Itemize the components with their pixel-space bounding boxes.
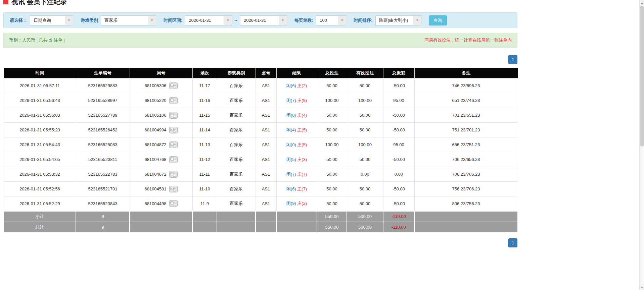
chevron-down-icon[interactable]: ▼ (148, 15, 156, 25)
cell-session: 11-12 (192, 152, 217, 167)
cell-remark: 701.23/651.23 (414, 108, 518, 123)
cell-round-no: 681004872 (130, 137, 192, 152)
date-from-picker[interactable]: 2026-01-31 ▼ (185, 15, 232, 25)
game-type-select[interactable]: 百家乐 ▼ (101, 15, 156, 25)
cell-table-no: AS1 (256, 167, 276, 182)
cell-table-no: AS1 (256, 123, 276, 137)
query-type-select[interactable]: 日期查询 ▼ (30, 15, 73, 25)
cell-valid-bet: 50.00 (347, 152, 383, 167)
table-row: 2026-01-31 05:53:32 523165522783 6810046… (4, 167, 518, 182)
cell-game: 百家乐 (217, 137, 256, 152)
total-label: 总计 (4, 222, 76, 233)
result-banker: 庄(5) (297, 142, 307, 147)
subtotal-payout: -110.00 (383, 211, 414, 222)
cell-total-bet: 100.00 (317, 93, 347, 108)
cell-payout: 0.00 (383, 167, 414, 182)
scroll-up-button[interactable]: ▲ (640, 0, 644, 5)
cell-table-no: AS1 (256, 108, 276, 123)
pagination-top: 1 (3, 55, 517, 64)
result-banker: 庄(5) (297, 127, 307, 132)
cell-payout: 95.00 (383, 93, 414, 108)
cell-round-no: 681004498 (130, 196, 192, 211)
subtotal-label: 小计 (4, 211, 76, 222)
cell-round-no: 681004768 (130, 152, 192, 167)
table-row: 2026-01-31 05:54:43 523165525083 6810048… (4, 137, 518, 152)
subtotal-row: 小计 9 550.00 500.00 -110.00 (4, 211, 518, 222)
result-banker: 庄(3) (297, 157, 307, 162)
cell-time: 2026-01-31 05:52:29 (4, 196, 76, 211)
cell-total-bet: 50.00 (317, 196, 347, 211)
cell-valid-bet: 50.00 (347, 182, 383, 196)
round-no-text: 681004994 (144, 127, 166, 132)
round-replay-icon[interactable] (169, 127, 178, 133)
cell-total-bet: 50.00 (317, 182, 347, 196)
col-header-session: 场次 (192, 68, 217, 78)
round-replay-icon[interactable] (169, 156, 178, 163)
cell-remark: 656.23/751.23 (414, 137, 518, 152)
cell-bet-no: 523165527789 (76, 108, 130, 123)
round-replay-icon[interactable] (169, 112, 178, 119)
cell-result: 闲(7) 庄(9) (276, 93, 317, 108)
chevron-down-icon[interactable]: ▼ (338, 15, 346, 25)
cell-total-bet: 50.00 (317, 123, 347, 137)
caret-glyph: ▼ (68, 19, 71, 22)
round-replay-icon[interactable] (169, 97, 178, 104)
cell-total-bet: 50.00 (317, 108, 347, 123)
result-player: 闲(0) (286, 142, 296, 147)
summary-bar: 币别：人民币 | 总共 :9 注单 | 同局有效投注，统一计算在该局第一张注单内 (3, 33, 517, 48)
round-replay-icon[interactable] (169, 186, 178, 192)
cell-valid-bet: 0.00 (347, 167, 383, 182)
round-replay-icon[interactable] (169, 141, 178, 148)
cell-round-no: 681005220 (130, 93, 192, 108)
date-to-picker[interactable]: 2026-01-31 ▼ (240, 15, 287, 25)
col-header-time: 时间 (4, 68, 76, 78)
round-replay-icon[interactable] (169, 200, 178, 207)
table-row: 2026-01-31 05:54:05 523165523811 6810047… (4, 152, 518, 167)
vertical-scrollbar[interactable]: ▲ ▼ (639, 0, 644, 290)
round-replay-icon[interactable] (169, 82, 178, 89)
col-header-bet-no: 注单编号 (76, 68, 130, 78)
cell-bet-no: 523165525083 (76, 137, 130, 152)
cell-payout: -50.00 (383, 108, 414, 123)
chevron-down-icon[interactable]: ▼ (224, 15, 232, 25)
game-type-label: 游戏类别 (81, 17, 98, 23)
cell-session: 11-13 (192, 137, 217, 152)
cell-payout: -50.00 (383, 196, 414, 211)
cell-round-no: 681004994 (130, 123, 192, 137)
pagination-bottom: 1 (3, 238, 517, 247)
result-banker: 庄(7) (297, 172, 307, 177)
total-payout: -110.00 (383, 222, 414, 233)
page-size-select[interactable]: 100 ▼ (316, 15, 346, 25)
caret-glyph: ▼ (151, 19, 153, 22)
page-title-text: 视讯 会员下注纪录 (11, 0, 67, 6)
time-sort-select[interactable]: 降幂(由大到小) ▼ (375, 15, 421, 25)
result-banker: 庄(2) (297, 201, 307, 206)
pagination-page-1[interactable]: 1 (508, 55, 517, 64)
cell-session: 11-16 (192, 93, 217, 108)
cell-payout: -50.00 (383, 78, 414, 93)
cell-bet-no: 523165523811 (76, 152, 130, 167)
result-player: 闲(6) (286, 186, 296, 191)
cell-bet-no: 523165529883 (76, 78, 130, 93)
total-row: 总计 9 550.00 500.00 -110.00 (4, 222, 518, 233)
pagination-bottom-page-1[interactable]: 1 (508, 238, 517, 247)
table-header-row: 时间 注单编号 局号 场次 游戏类别 桌号 结果 总投注 有效投注 总派彩 备注 (4, 68, 518, 78)
table-row: 2026-01-31 05:52:29 523165520843 6810044… (4, 196, 518, 211)
cell-result: 闲(7) 庄(7) (276, 167, 317, 182)
cell-remark: 706.23/706.23 (414, 167, 518, 182)
scrollbar-thumb[interactable] (640, 6, 644, 147)
cell-result: 闲(6) 庄(7) (276, 182, 317, 196)
chevron-down-icon[interactable]: ▼ (279, 15, 287, 25)
chevron-down-icon[interactable]: ▼ (65, 15, 73, 25)
cell-game: 百家乐 (217, 196, 256, 211)
caret-glyph: ▼ (341, 19, 343, 22)
cell-table-no: AS1 (256, 182, 276, 196)
scroll-down-button[interactable]: ▼ (640, 285, 644, 290)
query-button[interactable]: 查询 (429, 15, 447, 25)
round-replay-icon[interactable] (169, 171, 178, 178)
chevron-down-icon[interactable]: ▼ (413, 15, 421, 25)
time-sort-value: 降幂(由大到小) (375, 15, 413, 25)
table-row: 2026-01-31 05:56:43 523165528997 6810052… (4, 93, 518, 108)
cell-valid-bet: 100.00 (347, 137, 383, 152)
query-type-label: 请选择： (10, 17, 27, 23)
